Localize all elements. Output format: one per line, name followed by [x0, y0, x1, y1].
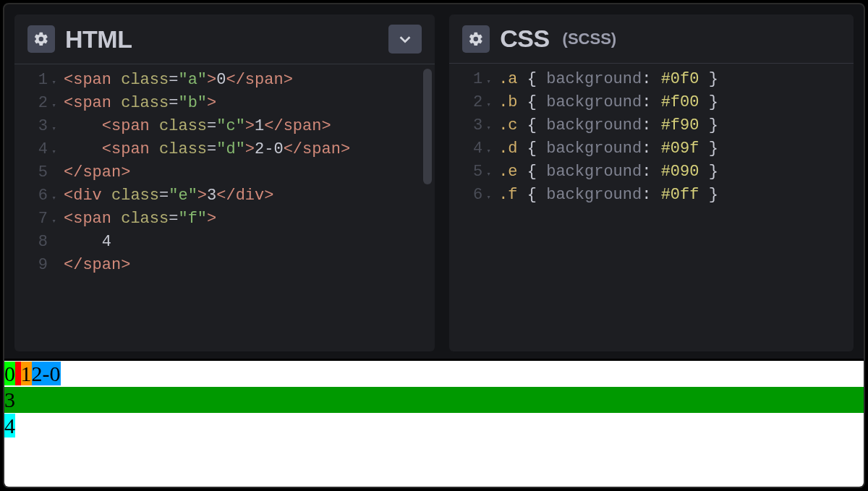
code-line[interactable]: <div class="e">3</div>	[64, 184, 435, 208]
code-line[interactable]: <span class="c">1</span>	[64, 115, 435, 138]
pane-css: CSS (SCSS) 123456 .a { background: #0f0 …	[449, 14, 854, 351]
line-number: 9	[14, 254, 48, 277]
code-line[interactable]: .f { background: #0ff }	[498, 184, 854, 207]
line-number: 5	[14, 161, 48, 184]
output-body: 0 12-034	[4, 361, 864, 439]
line-number: 1	[14, 69, 48, 92]
html-editor[interactable]: 123456789 <span class="a">0</span><span …	[14, 64, 435, 351]
preview-span-f: 4	[4, 414, 15, 437]
html-code[interactable]: <span class="a">0</span><span class="b">…	[56, 69, 435, 351]
line-number: 2	[449, 91, 482, 114]
css-editor[interactable]: 123456 .a { background: #0f0 }.b { backg…	[449, 64, 854, 351]
editor-row: HTML 123456789 <span class="a">0</span><…	[4, 4, 864, 351]
line-number: 2	[14, 92, 48, 115]
pane-css-header: CSS (SCSS)	[449, 14, 854, 64]
line-number: 4	[14, 138, 48, 161]
code-line[interactable]: <span class="b">	[64, 92, 435, 115]
preview-span-b: 12-0	[15, 362, 61, 385]
code-line[interactable]: .b { background: #f00 }	[498, 91, 854, 114]
line-number: 4	[449, 137, 482, 161]
pane-css-subtitle: (SCSS)	[563, 30, 617, 48]
app-frame: HTML 123456789 <span class="a">0</span><…	[3, 3, 865, 488]
preview-span-c: 1	[21, 362, 32, 385]
css-gutter: 123456	[449, 68, 491, 351]
line-number: 3	[14, 115, 48, 138]
line-number: 7	[14, 208, 48, 231]
pane-html-title: HTML	[65, 25, 132, 54]
line-number: 6	[14, 184, 48, 208]
line-number: 8	[14, 231, 48, 254]
code-line[interactable]: <span class="a">0</span>	[64, 69, 435, 92]
chevron-down-icon[interactable]	[388, 25, 422, 54]
css-code[interactable]: .a { background: #0f0 }.b { background: …	[491, 68, 854, 351]
preview-span-d: 2-0	[32, 362, 61, 385]
pane-html: HTML 123456789 <span class="a">0</span><…	[14, 14, 435, 351]
html-gutter: 123456789	[14, 69, 56, 351]
code-line[interactable]: 4	[64, 231, 435, 254]
pane-html-header: HTML	[14, 14, 435, 64]
gear-icon[interactable]	[27, 25, 55, 53]
pane-css-title: CSS	[500, 25, 549, 53]
preview-div-e: 3	[4, 387, 864, 413]
line-number: 3	[449, 114, 482, 137]
code-line[interactable]: .c { background: #f90 }	[498, 114, 854, 137]
preview-span-a: 0	[4, 362, 15, 385]
code-line[interactable]: <span class="d">2-0</span>	[64, 138, 435, 161]
line-number: 6	[449, 184, 482, 207]
code-line[interactable]: .e { background: #090 }	[498, 161, 854, 184]
output-preview: 0 12-034	[4, 359, 864, 487]
line-number: 5	[449, 161, 482, 184]
code-line[interactable]: .a { background: #0f0 }	[498, 68, 854, 91]
code-line[interactable]: </span>	[64, 254, 435, 277]
code-line[interactable]: <span class="f">	[64, 208, 435, 231]
code-line[interactable]: </span>	[64, 161, 435, 184]
code-line[interactable]: .d { background: #09f }	[498, 137, 854, 161]
preview-span-b-space	[15, 362, 21, 385]
gear-icon[interactable]	[462, 25, 490, 53]
line-number: 1	[449, 68, 482, 91]
scrollbar-thumb[interactable]	[423, 69, 432, 184]
